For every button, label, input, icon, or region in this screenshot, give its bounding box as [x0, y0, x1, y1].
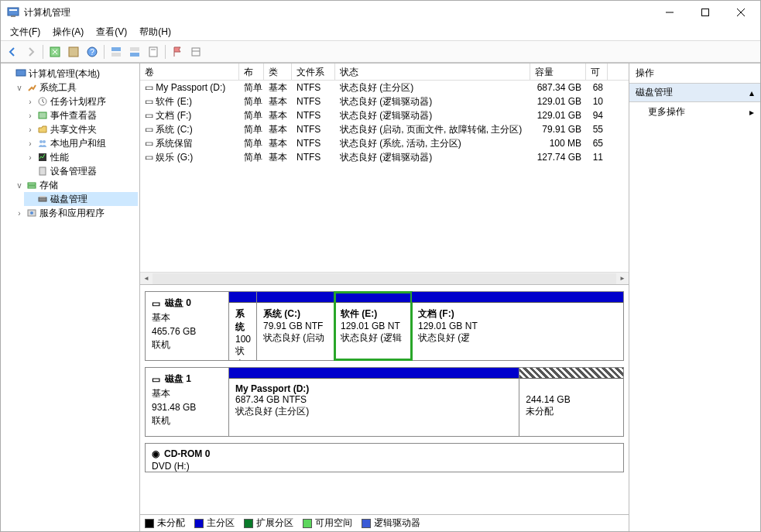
col-status[interactable]: 状态	[335, 63, 530, 80]
settings-button[interactable]	[187, 43, 204, 60]
svg-rect-28	[39, 196, 46, 197]
svg-rect-25	[28, 183, 36, 185]
legend: 未分配 主分区 扩展分区 可用空间 逻辑驱动器	[140, 514, 629, 531]
svg-text:?: ?	[90, 48, 94, 57]
col-layout[interactable]: 布局	[239, 63, 264, 80]
tree-task-scheduler[interactable]: ›任务计划程序	[24, 94, 138, 108]
minimize-button[interactable]	[652, 1, 687, 24]
volume-row[interactable]: ▭ 文档 (F:)简单基本NTFS状态良好 (逻辑驱动器)129.01 GB94	[140, 108, 629, 122]
svg-rect-24	[39, 167, 46, 175]
volume-row[interactable]: ▭ 系统 (C:)简单基本NTFS状态良好 (启动, 页面文件, 故障转储, 主…	[140, 122, 629, 136]
filter-button[interactable]	[145, 43, 162, 60]
tree-disk-management[interactable]: 磁盘管理	[24, 192, 138, 206]
volume-header: 卷 布局 类型 文件系统 状态 容量 可	[140, 63, 629, 81]
col-fs[interactable]: 文件系统	[292, 63, 335, 80]
svg-rect-17	[192, 48, 200, 56]
titlebar: 计算机管理	[1, 1, 760, 24]
svg-point-22	[43, 140, 46, 143]
disk-0[interactable]: ▭磁盘 0 基本 465.76 GB 联机 系统100状态 系统 (C:)79.…	[145, 291, 624, 361]
scroll-right-arrow[interactable]: ►	[616, 273, 629, 284]
col-volume[interactable]: 卷	[140, 63, 239, 80]
grid-bottom-button[interactable]	[126, 43, 143, 60]
disk-icon: ▭	[152, 374, 160, 385]
col-type[interactable]: 类型	[264, 63, 292, 80]
disk-icon: ▭	[152, 298, 160, 309]
collapse-icon: ▴	[749, 88, 754, 98]
partition-reserved[interactable]: 系统100状态	[229, 292, 257, 360]
cd-icon: ◉	[152, 448, 159, 459]
svg-rect-14	[130, 53, 139, 57]
actions-section-disk[interactable]: 磁盘管理▴	[629, 84, 760, 102]
scroll-left-arrow[interactable]: ◄	[140, 273, 153, 284]
svg-rect-15	[149, 47, 157, 57]
help-button[interactable]: ?	[84, 43, 101, 60]
disk-layout-area: ▭磁盘 0 基本 465.76 GB 联机 系统100状态 系统 (C:)79.…	[140, 285, 629, 514]
svg-point-21	[39, 140, 43, 143]
refresh-button[interactable]	[46, 43, 63, 60]
properties-button[interactable]	[65, 43, 82, 60]
partition-unallocated[interactable]: 244.14 GB未分配	[519, 368, 623, 436]
partition-d[interactable]: My Passport (D:)687.34 GB NTFS状态良好 (主分区)	[229, 368, 519, 436]
back-button[interactable]	[4, 43, 21, 60]
chevron-right-icon: ▸	[749, 107, 754, 118]
svg-rect-11	[111, 47, 121, 51]
svg-rect-1	[9, 9, 17, 11]
volume-row[interactable]: ▭ 系统保留简单基本NTFS状态良好 (系统, 活动, 主分区)100 MB65	[140, 136, 629, 150]
volume-row[interactable]: ▭ My Passport (D:)简单基本NTFS状态良好 (主分区)687.…	[140, 81, 629, 94]
grid-top-button[interactable]	[108, 43, 125, 60]
app-icon	[7, 6, 19, 19]
svg-rect-8	[69, 47, 78, 57]
actions-pane: 操作 磁盘管理▴ 更多操作▸	[629, 63, 760, 531]
menubar: 文件(F) 操作(A) 查看(V) 帮助(H)	[1, 24, 760, 41]
svg-rect-2	[11, 15, 15, 17]
tree-storage[interactable]: v存储	[13, 178, 138, 192]
flag-button[interactable]	[169, 43, 186, 60]
maximize-button[interactable]	[687, 1, 723, 24]
forward-button[interactable]	[22, 43, 39, 60]
svg-rect-13	[130, 47, 139, 51]
tree-performance[interactable]: ›性能	[24, 150, 138, 164]
menu-file[interactable]: 文件(F)	[4, 24, 46, 40]
svg-rect-23	[39, 153, 46, 161]
volume-body[interactable]: ▭ My Passport (D:)简单基本NTFS状态良好 (主分区)687.…	[140, 81, 629, 272]
volume-row[interactable]: ▭ 软件 (E:)简单基本NTFS状态良好 (逻辑驱动器)129.01 GB10	[140, 94, 629, 108]
tree-root[interactable]: 计算机管理(本地)	[2, 67, 138, 81]
h-scrollbar[interactable]: ◄ ►	[140, 272, 629, 284]
cdrom-0[interactable]: ◉CD-ROM 0 DVD (H:)	[145, 443, 624, 472]
window-title: 计算机管理	[24, 6, 652, 19]
svg-rect-12	[111, 53, 121, 57]
toolbar: ?	[1, 41, 760, 63]
actions-header: 操作	[629, 63, 760, 84]
volume-row[interactable]: ▭ 娱乐 (G:)简单基本NTFS状态良好 (逻辑驱动器)127.74 GB11	[140, 150, 629, 164]
tree-system-tools[interactable]: v系统工具	[13, 81, 138, 94]
svg-rect-20	[39, 112, 46, 118]
col-free[interactable]: 可	[586, 63, 608, 80]
svg-point-30	[30, 211, 33, 215]
volume-table: 卷 布局 类型 文件系统 状态 容量 可 ▭ My Passport (D:)简…	[140, 63, 629, 285]
disk-1-label: ▭磁盘 1 基本 931.48 GB 联机	[146, 368, 229, 436]
svg-rect-26	[28, 186, 36, 188]
disk-0-label: ▭磁盘 0 基本 465.76 GB 联机	[146, 292, 229, 360]
menu-help[interactable]: 帮助(H)	[133, 24, 177, 40]
tree-local-users[interactable]: ›本地用户和组	[24, 136, 138, 150]
tree-services[interactable]: ›服务和应用程序	[13, 206, 138, 220]
tree-device-manager[interactable]: 设备管理器	[24, 164, 138, 178]
cdrom-label: ◉CD-ROM 0 DVD (H:)	[146, 444, 623, 472]
tree-pane[interactable]: 计算机管理(本地) v系统工具 ›任务计划程序 ›事件查看器 ›共享文件夹 ›本…	[1, 63, 140, 531]
partition-e-selected[interactable]: 软件 (E:)129.01 GB NT状态良好 (逻辑	[334, 292, 412, 360]
svg-rect-27	[39, 197, 46, 201]
menu-view[interactable]: 查看(V)	[90, 24, 133, 40]
menu-action[interactable]: 操作(A)	[46, 24, 90, 40]
svg-rect-4	[702, 9, 709, 16]
disk-1[interactable]: ▭磁盘 1 基本 931.48 GB 联机 My Passport (D:)68…	[145, 367, 624, 437]
actions-more[interactable]: 更多操作▸	[629, 102, 760, 122]
tree-shared-folders[interactable]: ›共享文件夹	[24, 122, 138, 136]
svg-rect-0	[8, 8, 19, 15]
partition-f[interactable]: 文档 (F:)129.01 GB NT状态良好 (逻	[412, 292, 623, 360]
col-capacity[interactable]: 容量	[530, 63, 586, 80]
partition-c[interactable]: 系统 (C:)79.91 GB NTF状态良好 (启动	[257, 292, 334, 360]
close-button[interactable]	[723, 1, 759, 24]
svg-rect-18	[16, 70, 26, 76]
main-pane: 卷 布局 类型 文件系统 状态 容量 可 ▭ My Passport (D:)简…	[140, 63, 629, 531]
tree-event-viewer[interactable]: ›事件查看器	[24, 108, 138, 122]
